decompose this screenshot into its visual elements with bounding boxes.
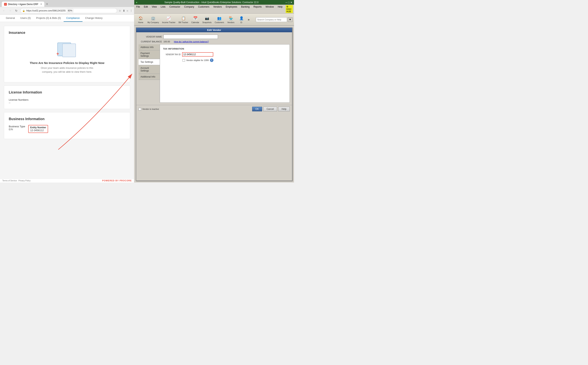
terms-link[interactable]: Terms of Service (2, 180, 17, 182)
vendor-1099-label: Vendor eligible for 1099 (186, 59, 209, 61)
menu-lists[interactable]: Lists (160, 5, 166, 13)
forward-btn[interactable]: → (8, 8, 13, 13)
toolbar-calendar-label: Calendar (191, 21, 199, 23)
account-icon[interactable]: ○ (127, 9, 128, 12)
privacy-link[interactable]: Privacy Policy (18, 180, 30, 182)
tab-users[interactable]: Users (0) (17, 14, 33, 22)
tab-close-btn[interactable]: ✕ (40, 3, 42, 6)
toolbar-vendors-btn[interactable]: 🏪 Vendors (226, 15, 236, 24)
toolbar-snapshots-btn[interactable]: 📷 Snapshots (201, 15, 213, 24)
entity-number-highlight: Entity Number 12-3456112 (28, 125, 48, 133)
doc-icon-front (62, 43, 76, 57)
cancel-button[interactable]: Cancel (263, 107, 277, 111)
entity-number-value: 12-3456112 (30, 129, 46, 132)
menu-icon[interactable]: ⋮ (130, 9, 132, 12)
menu-customers[interactable]: Customers (197, 5, 210, 13)
help-button[interactable]: Help (278, 107, 290, 111)
vendor-1099-checkbox[interactable] (182, 59, 185, 62)
vendor-inactive-checkbox[interactable] (138, 108, 141, 110)
qb-close-btn[interactable]: ✕ (290, 1, 292, 4)
back-btn[interactable]: ← (1, 8, 6, 13)
qb-search-btn[interactable]: ▼ (288, 17, 292, 22)
tab-additional-info[interactable]: Additional Info (138, 74, 160, 80)
tab-compliance[interactable]: Compliance (64, 14, 82, 22)
income-tracker-icon: 📈 (166, 15, 171, 21)
tab-address-info[interactable]: Address Info (138, 44, 160, 50)
toolbar-calendar-btn[interactable]: 📅 Calendar (190, 15, 200, 24)
employees-icon: 👤 (239, 15, 244, 21)
toolbar-income-tracker-btn[interactable]: 📈 Income Tracker (161, 15, 177, 24)
menu-contractor[interactable]: Contractor (169, 5, 181, 13)
download-icon[interactable]: ⬇ (123, 9, 125, 12)
tab-change-history[interactable]: Change History (82, 14, 105, 22)
tab-tax-settings[interactable]: Tax Settings (138, 59, 160, 65)
insurance-empty-desc: Once your team adds insurance policies t… (38, 66, 96, 74)
vendor-tax-id-input[interactable] (182, 52, 213, 56)
address-bar[interactable]: 🔒 https://us02.procore.com/5981343255 80… (20, 8, 117, 13)
current-balance-label: CURRENT BALANCE (138, 40, 162, 43)
menu-company[interactable]: Company (183, 5, 195, 13)
tab-payment-settings[interactable]: Payment Settings (138, 50, 160, 59)
menu-view[interactable]: View (151, 5, 158, 13)
license-section: License Information License Numbers -- (4, 85, 130, 109)
menu-employees[interactable]: Employees (225, 5, 238, 13)
balance-adjust-link[interactable]: How do I adjust the current balance? (174, 40, 209, 43)
procore-logo: POWERED BY PROCORE (102, 179, 132, 182)
business-title: Business Information (9, 117, 125, 121)
qb-titlebar-text: Sample Quality-Built Construction - Intu… (164, 1, 259, 4)
toolbar-customers-label: Customers (215, 21, 224, 23)
menu-banking[interactable]: Banking (240, 5, 250, 13)
toolbar-employees-btn[interactable]: 👤 Ei (237, 15, 246, 24)
plus-icon: + (56, 51, 59, 56)
toolbar-home-btn[interactable]: 🏠 Home (136, 15, 145, 24)
insurance-section: Insurance + There Are No Insurance Polic… (4, 26, 130, 82)
bill-tracker-icon: 📋 (181, 15, 186, 21)
dialog-titlebar: Edit Vendor (136, 28, 292, 32)
vendor-name-label: VENDOR NAME (138, 35, 162, 38)
qb-logo-icon: ● (136, 1, 137, 4)
business-type-col: Business Type EIN (9, 125, 25, 133)
procore-nav: General Users (0) Projects (0) & Bids (0… (0, 14, 134, 22)
menu-file[interactable]: File (135, 5, 141, 13)
tab-projects[interactable]: Projects (0) & Bids (0) (33, 14, 64, 22)
disc-hub-btn[interactable]: ⚙ DISC HUB (286, 5, 293, 13)
menu-help[interactable]: Help (277, 5, 283, 13)
active-tab[interactable]: C Directory • Agave Demo ERP ✕ (1, 1, 44, 7)
insurance-empty-icon: + (58, 42, 77, 58)
menu-reports[interactable]: Reports (253, 5, 262, 13)
tab-title: Directory • Agave Demo ERP (8, 3, 38, 6)
dialog-footer-buttons: OK Cancel Help (252, 107, 290, 111)
insurance-empty-title: There Are No Insurance Policies to Displ… (30, 61, 104, 64)
business-type-value: EIN (9, 128, 25, 131)
url-text: https://us02.procore.com/5981343255 (26, 9, 65, 12)
vendor-inactive-label: Vendor is inactive (142, 108, 159, 110)
toolbar-my-company-btn[interactable]: 🏢 My Company (146, 15, 160, 24)
toolbar-bill-tracker-btn[interactable]: 📋 Bill Tracker (177, 15, 189, 24)
reload-btn[interactable]: ↻ (14, 8, 19, 13)
more-tools-btn[interactable]: » (247, 17, 250, 22)
entity-number-col: Entity Number 12-3456112 (28, 125, 48, 133)
toolbar-customers-btn[interactable]: 👥 Customers (213, 15, 225, 24)
bookmark-icon[interactable]: ☆ (119, 9, 121, 12)
tab-general[interactable]: General (3, 14, 17, 22)
menu-window[interactable]: Window (265, 5, 275, 13)
business-info-row: Business Type EIN Entity Number 12-34561… (9, 125, 125, 133)
menu-edit[interactable]: Edit (143, 5, 149, 13)
vendor-tax-id-label: VENDOR TAX ID (163, 53, 181, 56)
vendor-1099-help-btn[interactable]: ? (210, 58, 213, 62)
ok-button[interactable]: OK (252, 107, 262, 111)
vendor-tab-list: Address Info Payment Settings Tax Settin… (138, 44, 160, 103)
license-numbers-label: License Numbers (9, 98, 125, 101)
calendar-icon: 📅 (193, 15, 198, 21)
menu-vendors[interactable]: Vendors (212, 5, 223, 13)
qb-maximize-btn[interactable]: □ (288, 1, 290, 4)
tab-account-settings[interactable]: Account Settings (138, 65, 160, 74)
qb-minimize-btn[interactable]: ─ (285, 1, 287, 4)
vendor-tax-id-row: VENDOR TAX ID (163, 52, 286, 56)
vendor-name-input[interactable] (163, 35, 218, 39)
tax-settings-content: TAX INFORMATION VENDOR TAX ID Vendor eli… (160, 44, 290, 103)
browser-tabs: C Directory • Agave Demo ERP ✕ + (0, 0, 134, 7)
new-tab-btn[interactable]: + (46, 2, 48, 6)
qb-search-input[interactable] (256, 17, 287, 22)
vendors-icon: 🏪 (228, 15, 234, 21)
